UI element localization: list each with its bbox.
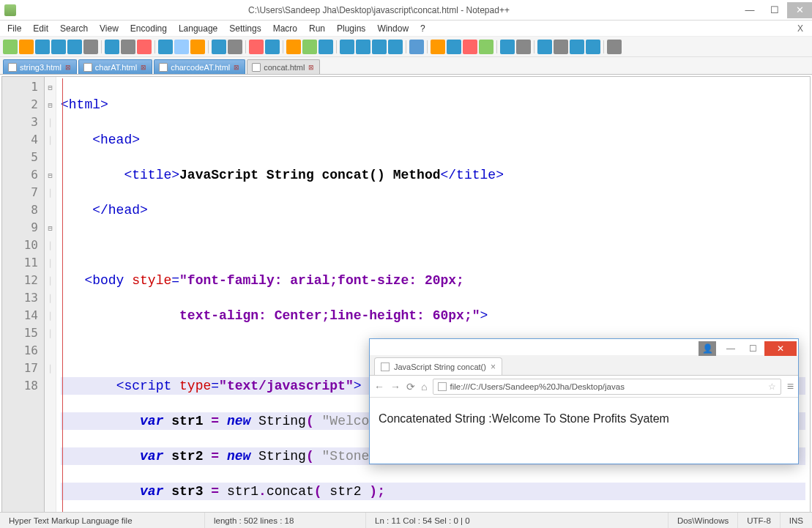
menu-settings[interactable]: Settings (223, 22, 267, 35)
menu-edit[interactable]: Edit (27, 22, 54, 35)
menu-window[interactable]: Window (371, 22, 414, 35)
window-minimize-button[interactable]: — (737, 2, 762, 18)
tab-close-icon[interactable]: × (491, 362, 496, 372)
browser-menu-icon[interactable]: ≡ (787, 380, 794, 393)
file-icon (159, 63, 168, 72)
toolbar-separator (208, 40, 209, 53)
close-icon[interactable]: ⊠ (64, 64, 72, 71)
toolbar-button[interactable] (463, 40, 477, 54)
fold-column[interactable] (45, 77, 56, 528)
file-tab-charcodeat[interactable]: charcodeAT.html⊠ (154, 59, 245, 74)
file-tab-string3[interactable]: string3.html⊠ (3, 59, 77, 74)
toolbar-button[interactable] (174, 40, 189, 54)
close-icon[interactable]: ⊠ (233, 64, 240, 71)
file-icon (8, 63, 17, 72)
menu-help[interactable]: ? (414, 22, 431, 35)
menu-view[interactable]: View (94, 22, 124, 35)
toolbar-separator (427, 40, 428, 53)
close-icon[interactable]: ⊠ (140, 64, 147, 71)
status-filetype: Hyper Text Markup Language file (0, 513, 205, 528)
menu-macro[interactable]: Macro (267, 22, 303, 35)
toolbar-button[interactable] (607, 40, 622, 54)
toolbar (0, 37, 812, 57)
toolbar-button[interactable] (479, 40, 493, 54)
toolbar-button[interactable] (249, 40, 264, 54)
menu-plugins[interactable]: Plugins (331, 22, 371, 35)
browser-window: 👤 — ☐ ✕ JavaScript String concat() × ← →… (369, 338, 799, 464)
browser-tab-title: JavaScript String concat() (394, 362, 486, 371)
menu-run[interactable]: Run (303, 22, 331, 35)
toolbar-button[interactable] (340, 40, 354, 54)
browser-minimize-button[interactable]: — (720, 341, 741, 356)
toolbar-button[interactable] (431, 40, 445, 54)
toolbar-button[interactable] (356, 40, 370, 54)
toolbar-button[interactable] (137, 40, 152, 54)
toolbar-button[interactable] (372, 40, 387, 54)
browser-user-button[interactable]: 👤 (699, 341, 716, 356)
toolbar-button[interactable] (537, 40, 552, 54)
page-icon (381, 362, 390, 371)
change-marker (62, 78, 63, 528)
toolbar-button[interactable] (554, 40, 568, 54)
toolbar-button[interactable] (3, 40, 18, 54)
menu-file[interactable]: File (1, 22, 27, 35)
browser-home-button[interactable]: ⌂ (421, 381, 427, 393)
menu-close-x[interactable]: X (790, 22, 811, 35)
toolbar-button[interactable] (83, 40, 98, 54)
toolbar-button[interactable] (500, 40, 515, 54)
toolbar-separator (534, 40, 534, 53)
toolbar-separator (603, 40, 604, 53)
file-tab-charat[interactable]: charAT.html⊠ (78, 59, 152, 74)
toolbar-button[interactable] (570, 40, 584, 54)
toolbar-separator (245, 40, 246, 53)
toolbar-button[interactable] (51, 40, 66, 54)
browser-back-button[interactable]: ← (374, 381, 384, 393)
toolbar-button[interactable] (516, 40, 531, 54)
bookmark-star-icon[interactable]: ☆ (768, 382, 776, 392)
toolbar-separator (283, 40, 283, 53)
browser-tab[interactable]: JavaScript String concat() × (374, 357, 502, 375)
browser-url-input[interactable]: file:///C:/Users/Sandeep%20Jha/Desktop/j… (433, 379, 781, 395)
menu-encoding[interactable]: Encoding (124, 22, 173, 35)
toolbar-button[interactable] (105, 40, 119, 54)
toolbar-button[interactable] (121, 40, 135, 54)
close-icon[interactable]: ⊠ (308, 64, 315, 71)
status-bar: Hyper Text Markup Language file length :… (0, 512, 812, 528)
toolbar-button[interactable] (302, 40, 317, 54)
toolbar-button[interactable] (447, 40, 461, 54)
toolbar-button[interactable] (212, 40, 226, 54)
browser-close-button[interactable]: ✕ (764, 341, 797, 356)
line-number-gutter: 123456789101112131415161718 (2, 77, 45, 528)
toolbar-button[interactable] (228, 40, 242, 54)
toolbar-button[interactable] (409, 40, 424, 54)
toolbar-separator (336, 40, 337, 53)
window-close-button[interactable]: ✕ (787, 2, 812, 18)
toolbar-button[interactable] (158, 40, 173, 54)
browser-maximize-button[interactable]: ☐ (742, 341, 763, 356)
status-insert-mode: INS (781, 513, 812, 528)
file-tab-label: charcodeAT.html (171, 63, 230, 72)
browser-reload-button[interactable]: ⟳ (406, 381, 415, 393)
toolbar-separator (406, 40, 406, 53)
window-maximize-button[interactable]: ☐ (762, 2, 787, 18)
toolbar-button[interactable] (35, 40, 50, 54)
status-encoding: UTF-8 (738, 513, 781, 528)
toolbar-button[interactable] (319, 40, 333, 54)
menu-language[interactable]: Language (173, 22, 223, 35)
toolbar-button[interactable] (67, 40, 82, 54)
toolbar-button[interactable] (190, 40, 205, 54)
toolbar-button[interactable] (286, 40, 301, 54)
toolbar-button[interactable] (388, 40, 403, 54)
browser-forward-button[interactable]: → (390, 381, 401, 393)
menu-search[interactable]: Search (54, 22, 94, 35)
status-position: Ln : 11 Col : 54 Sel : 0 | 0 (366, 513, 668, 528)
file-tab-label: string3.html (20, 63, 62, 72)
toolbar-button[interactable] (265, 40, 280, 54)
toolbar-button[interactable] (586, 40, 600, 54)
status-length: length : 502 lines : 18 (205, 513, 366, 528)
browser-tab-bar: JavaScript String concat() × (370, 355, 798, 376)
toolbar-button[interactable] (19, 40, 34, 54)
file-tab-concat[interactable]: concat.html⊠ (247, 59, 320, 74)
app-icon (4, 4, 16, 16)
menu-bar: File Edit Search View Encoding Language … (0, 21, 812, 37)
